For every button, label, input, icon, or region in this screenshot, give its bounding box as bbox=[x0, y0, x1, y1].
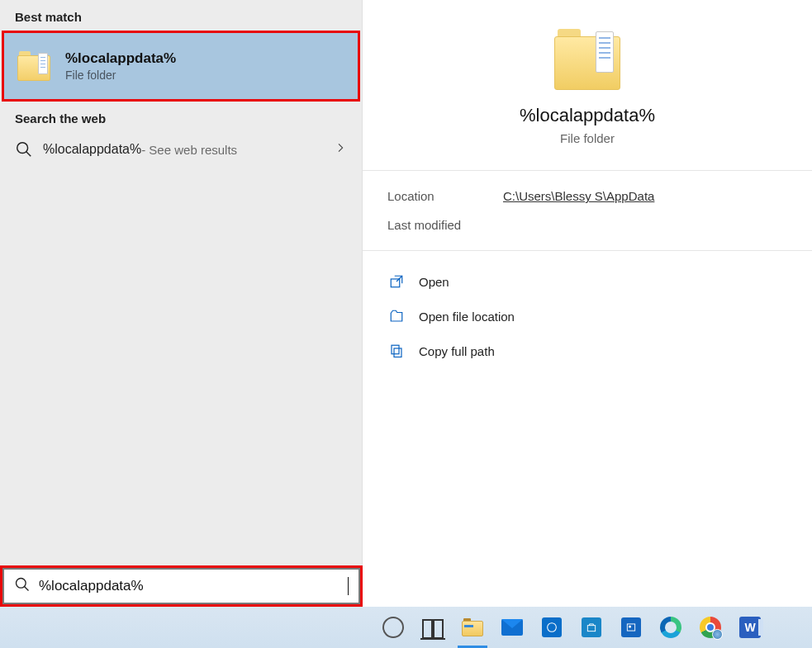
location-label: Location bbox=[387, 189, 503, 203]
meta-row-location: Location C:\Users\Blessy S\AppData bbox=[387, 189, 787, 203]
svg-rect-5 bbox=[392, 345, 399, 354]
taskbar-word[interactable]: W bbox=[730, 607, 770, 648]
web-search-result[interactable]: %localappdata% - See web results bbox=[0, 132, 362, 167]
task-view-icon bbox=[422, 617, 444, 638]
detail-title: %localappdata% bbox=[379, 105, 795, 126]
search-input[interactable] bbox=[39, 578, 347, 594]
folder-icon bbox=[554, 29, 620, 90]
dell-icon bbox=[541, 617, 563, 638]
detail-subtitle: File folder bbox=[379, 131, 795, 145]
search-bar[interactable] bbox=[2, 568, 360, 604]
last-modified-label: Last modified bbox=[387, 218, 503, 232]
taskbar: W bbox=[0, 607, 812, 648]
cortana-button[interactable] bbox=[373, 607, 413, 648]
location-value[interactable]: C:\Users\Blessy S\AppData bbox=[503, 189, 654, 203]
text-caret bbox=[348, 577, 349, 595]
svg-rect-4 bbox=[394, 348, 401, 357]
best-match-text: %localappdata% File folder bbox=[65, 50, 176, 82]
copy-icon bbox=[387, 342, 406, 360]
svg-line-1 bbox=[26, 152, 31, 157]
chrome-icon bbox=[700, 617, 721, 638]
search-web-header: Search the web bbox=[0, 102, 362, 132]
action-open-file-location[interactable]: Open file location bbox=[387, 299, 787, 333]
best-match-subtitle: File folder bbox=[65, 69, 176, 82]
file-explorer-icon bbox=[462, 617, 483, 638]
svg-point-0 bbox=[17, 143, 28, 154]
detail-actions: Open Open file location Copy full path bbox=[363, 251, 812, 381]
microsoft-store-icon bbox=[581, 617, 602, 638]
action-copy-path-label: Copy full path bbox=[419, 344, 495, 358]
action-open[interactable]: Open bbox=[387, 264, 787, 299]
taskbar-file-explorer[interactable] bbox=[453, 607, 492, 648]
annotation-highlight-best-match: %localappdata% File folder bbox=[2, 31, 360, 102]
taskbar-dell[interactable] bbox=[532, 607, 572, 648]
action-open-location-label: Open file location bbox=[419, 310, 515, 324]
search-bar-area bbox=[0, 565, 363, 607]
task-view-button[interactable] bbox=[413, 607, 453, 648]
word-icon: W bbox=[739, 617, 761, 638]
cortana-icon bbox=[382, 617, 404, 638]
outlook-icon bbox=[620, 617, 642, 638]
svg-point-8 bbox=[548, 623, 557, 632]
taskbar-outlook[interactable] bbox=[611, 607, 651, 648]
taskbar-mail[interactable] bbox=[492, 607, 532, 648]
open-icon bbox=[387, 272, 406, 291]
action-copy-full-path[interactable]: Copy full path bbox=[387, 333, 787, 368]
svg-rect-9 bbox=[587, 626, 595, 631]
svg-rect-11 bbox=[629, 626, 631, 627]
detail-hero: %localappdata% File folder bbox=[363, 0, 812, 171]
best-match-title: %localappdata% bbox=[65, 50, 176, 67]
meta-row-last-modified: Last modified bbox=[387, 218, 787, 232]
result-detail-pane: %localappdata% File folder Location C:\U… bbox=[363, 0, 812, 607]
chevron-right-icon[interactable] bbox=[334, 141, 347, 158]
search-results-pane: Best match %localappdata% File folder Se… bbox=[0, 0, 363, 607]
svg-point-6 bbox=[17, 579, 26, 589]
taskbar-edge[interactable] bbox=[651, 607, 691, 648]
web-result-query: %localappdata% bbox=[43, 142, 141, 157]
windows-search-panel: { "left": { "best_match_header": "Best m… bbox=[0, 0, 812, 648]
search-icon bbox=[15, 140, 33, 158]
web-result-suffix: - See web results bbox=[141, 143, 237, 157]
best-match-header: Best match bbox=[0, 0, 362, 31]
edge-icon bbox=[660, 617, 681, 638]
svg-line-7 bbox=[25, 587, 29, 591]
mail-icon bbox=[501, 617, 523, 638]
taskbar-chrome[interactable] bbox=[691, 607, 730, 648]
open-location-icon bbox=[387, 307, 406, 325]
best-match-result[interactable]: %localappdata% File folder bbox=[4, 33, 358, 99]
action-open-label: Open bbox=[419, 275, 449, 289]
taskbar-store[interactable] bbox=[572, 607, 611, 648]
svg-rect-10 bbox=[627, 624, 634, 631]
folder-icon bbox=[17, 51, 50, 81]
detail-metadata: Location C:\Users\Blessy S\AppData Last … bbox=[363, 171, 812, 251]
search-icon bbox=[14, 576, 31, 596]
